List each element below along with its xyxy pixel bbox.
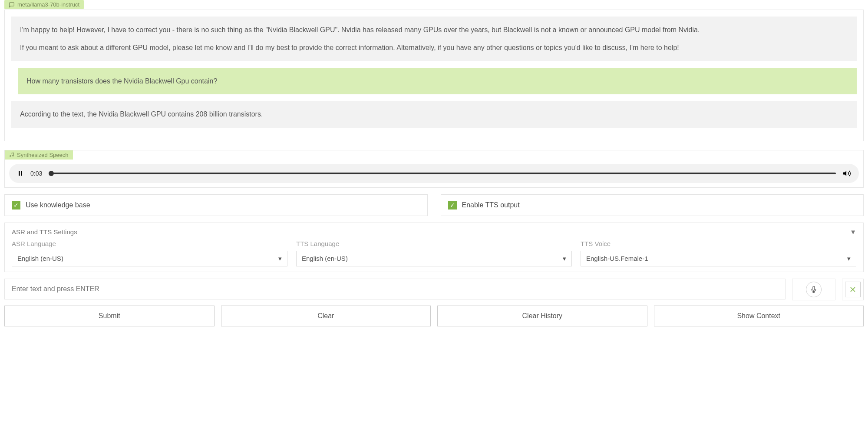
tts-language-setting: TTS Language English (en-US) ▾: [296, 240, 572, 266]
button-row: Submit Clear Clear History Show Context: [4, 306, 864, 326]
chevron-down-icon: ▾: [563, 255, 566, 263]
chat-icon: [9, 2, 15, 8]
mic-wrap: [792, 279, 835, 300]
settings-title: ASR and TTS Settings: [12, 228, 77, 236]
chat-window: I'm happy to help! However, I have to co…: [4, 10, 864, 141]
enable-tts-option[interactable]: ✓ Enable TTS output: [441, 194, 864, 216]
message-text: I'm happy to help! However, I have to co…: [20, 24, 848, 36]
volume-icon: [842, 169, 851, 178]
clear-button[interactable]: Clear: [221, 306, 431, 326]
music-note-icon: [9, 152, 14, 157]
pause-icon: [17, 170, 24, 177]
options-row: ✓ Use knowledge base ✓ Enable TTS output: [4, 194, 864, 216]
speech-panel: Synthesized Speech 0:03: [4, 150, 864, 188]
chevron-down-icon: ▾: [847, 255, 851, 263]
chat-scroll[interactable]: I'm happy to help! However, I have to co…: [5, 10, 863, 141]
speech-tag: Synthesized Speech: [5, 150, 73, 160]
input-row: [4, 279, 864, 300]
model-name: meta/llama3-70b-instruct: [17, 1, 79, 8]
setting-label: TTS Language: [296, 240, 572, 247]
asr-language-select[interactable]: English (en-US) ▾: [12, 251, 287, 266]
svg-rect-3: [21, 171, 22, 176]
audio-progress[interactable]: [49, 173, 836, 174]
close-wrap: [842, 279, 864, 300]
mic-icon: [810, 286, 817, 293]
message-text: According to the text, the Nvidia Blackw…: [20, 110, 263, 118]
close-button[interactable]: [845, 282, 861, 297]
checkbox-checked-icon: ✓: [12, 201, 20, 210]
svg-marker-4: [843, 171, 847, 176]
submit-button[interactable]: Submit: [4, 306, 215, 326]
user-message: How many transistors does the Nvidia Bla…: [18, 68, 857, 95]
clear-history-button[interactable]: Clear History: [437, 306, 647, 326]
mic-button[interactable]: [806, 282, 822, 297]
svg-point-0: [10, 156, 11, 157]
message-text: How many transistors does the Nvidia Bla…: [26, 77, 217, 85]
setting-label: TTS Voice: [581, 240, 856, 247]
audio-player: 0:03: [9, 164, 859, 183]
select-value: English-US.Female-1: [586, 255, 648, 262]
audio-time: 0:03: [30, 170, 42, 177]
svg-rect-2: [19, 171, 20, 176]
option-label: Use knowledge base: [26, 201, 90, 209]
model-tag: meta/llama3-70b-instruct: [4, 0, 84, 9]
settings-header[interactable]: ASR and TTS Settings ▼: [12, 228, 856, 236]
close-icon: [848, 285, 857, 294]
text-input[interactable]: [4, 279, 785, 299]
message-text: If you meant to ask about a different GP…: [20, 42, 848, 53]
chevron-down-icon: ▾: [278, 255, 282, 263]
checkbox-checked-icon: ✓: [448, 201, 457, 210]
collapse-icon: ▼: [850, 228, 856, 236]
option-label: Enable TTS output: [462, 201, 520, 209]
svg-point-1: [13, 155, 14, 156]
assistant-message: According to the text, the Nvidia Blackw…: [11, 101, 857, 128]
assistant-message: I'm happy to help! However, I have to co…: [11, 17, 857, 61]
tts-voice-select[interactable]: English-US.Female-1 ▾: [581, 251, 856, 266]
settings-panel: ASR and TTS Settings ▼ ASR Language Engl…: [4, 223, 864, 272]
pause-button[interactable]: [17, 170, 24, 177]
select-value: English (en-US): [17, 255, 63, 262]
setting-label: ASR Language: [12, 240, 287, 247]
use-knowledge-base-option[interactable]: ✓ Use knowledge base: [4, 194, 428, 216]
asr-language-setting: ASR Language English (en-US) ▾: [12, 240, 287, 266]
speech-label: Synthesized Speech: [17, 152, 69, 158]
volume-button[interactable]: [842, 169, 851, 178]
tts-language-select[interactable]: English (en-US) ▾: [296, 251, 572, 266]
show-context-button[interactable]: Show Context: [654, 306, 864, 326]
settings-row: ASR Language English (en-US) ▾ TTS Langu…: [12, 240, 856, 266]
select-value: English (en-US): [302, 255, 348, 262]
tts-voice-setting: TTS Voice English-US.Female-1 ▾: [581, 240, 856, 266]
